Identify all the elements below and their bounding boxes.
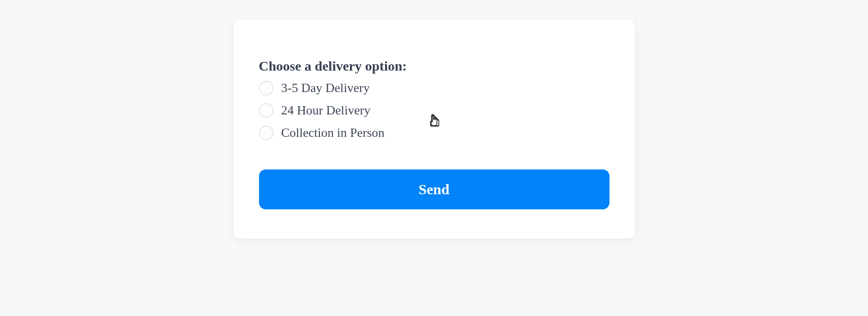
radio-option-24-hour[interactable]: 24 Hour Delivery — [259, 103, 609, 118]
radio-group: 3-5 Day Delivery 24 Hour Delivery Collec… — [259, 81, 609, 140]
send-button[interactable]: Send — [259, 169, 609, 209]
radio-option-3-5-day[interactable]: 3-5 Day Delivery — [259, 81, 609, 95]
radio-option-collection[interactable]: Collection in Person — [259, 126, 609, 140]
radio-icon — [259, 126, 274, 140]
form-title: Choose a delivery option: — [259, 58, 609, 74]
radio-label: 24 Hour Delivery — [281, 103, 370, 118]
delivery-form-card: Choose a delivery option: 3-5 Day Delive… — [234, 19, 635, 239]
radio-label: 3-5 Day Delivery — [281, 81, 370, 95]
radio-icon — [259, 81, 274, 95]
radio-icon — [259, 103, 274, 118]
radio-label: Collection in Person — [281, 126, 385, 140]
